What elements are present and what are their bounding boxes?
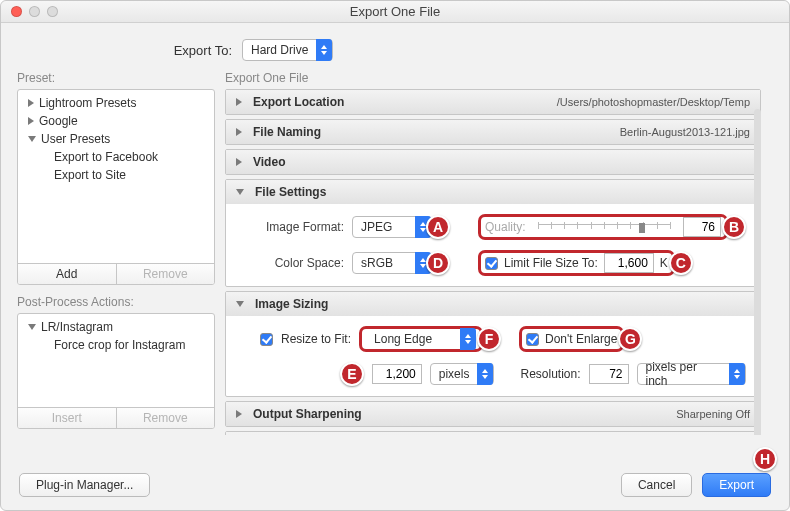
window-title: Export One File [1,4,789,19]
section-image-sizing: Image Sizing Resize to Fit: Long Edge [225,291,761,397]
preset-google[interactable]: Google [18,112,214,130]
chevron-down-icon [28,136,36,142]
dimension-input[interactable] [372,364,422,384]
quality-input[interactable] [683,217,721,237]
preset-export-facebook[interactable]: Export to Facebook [18,148,214,166]
limit-filesize-checkbox[interactable] [485,257,498,270]
post-process-label: Post-Process Actions: [17,295,215,309]
preset-user[interactable]: User Presets [18,130,214,148]
pp-remove-button[interactable]: Remove [116,408,215,428]
chevron-updown-icon [477,363,493,385]
preset-export-site[interactable]: Export to Site [18,166,214,184]
section-file-settings-header[interactable]: File Settings [226,180,760,204]
export-button[interactable]: Export [702,473,771,497]
quality-label: Quality: [485,220,526,234]
annotation-h: H [753,447,777,471]
preset-add-button[interactable]: Add [18,264,116,284]
chevron-right-icon [28,117,34,125]
resize-fit-checkbox[interactable] [260,333,273,346]
quality-slider[interactable] [538,224,671,230]
annotation-g: G [618,327,642,351]
annotation-f: F [477,327,501,351]
chevron-right-icon [236,98,242,106]
section-file-naming: File Naming Berlin-August2013-121.jpg [225,119,761,145]
section-output-sharpening: Output Sharpening Sharpening Off [225,401,761,427]
export-to-label: Export To: [167,43,232,58]
scrollbar[interactable] [754,109,761,435]
resize-mode-select[interactable]: Long Edge [366,329,476,349]
chevron-right-icon [236,410,242,418]
color-space-select[interactable]: sRGB [352,252,432,274]
annotation-a: A [426,215,450,239]
chevron-right-icon [28,99,34,107]
dont-enlarge-checkbox[interactable] [526,333,539,346]
limit-filesize-label: Limit File Size To: [504,256,598,270]
limit-filesize-input[interactable] [604,253,654,273]
section-export-location: Export Location /Users/photoshopmaster/D… [225,89,761,115]
annotation-e: E [340,362,364,386]
chevron-right-icon [236,158,242,166]
chevron-updown-icon [460,328,476,350]
resolution-unit-select[interactable]: pixels per inch [637,363,746,385]
section-image-sizing-header[interactable]: Image Sizing [226,292,760,316]
section-file-settings: File Settings Image Format: JPEG A [225,179,761,287]
export-to-value: Hard Drive [243,43,316,57]
titlebar: Export One File [1,1,789,23]
slider-thumb[interactable] [639,223,645,233]
section-video-header[interactable]: Video [226,150,760,174]
resize-fit-label: Resize to Fit: [281,332,351,346]
chevron-down-icon [236,301,244,307]
annotation-b: B [722,215,746,239]
color-space-label: Color Space: [240,256,344,270]
chevron-down-icon [236,189,244,195]
image-format-select[interactable]: JPEG [352,216,432,238]
export-dialog: Export One File Export To: Hard Drive Pr… [0,0,790,511]
preset-lightroom[interactable]: Lightroom Presets [18,94,214,112]
resolution-label: Resolution: [520,367,580,381]
plugin-manager-button[interactable]: Plug-in Manager... [19,473,150,497]
export-to-select[interactable]: Hard Drive [242,39,333,61]
dont-enlarge-label: Don't Enlarge [545,332,617,346]
preset-label: Preset: [17,71,215,85]
section-file-naming-header[interactable]: File Naming Berlin-August2013-121.jpg [226,120,760,144]
image-format-label: Image Format: [240,220,344,234]
section-video: Video [225,149,761,175]
section-metadata: Metadata All Metadata [225,431,761,435]
preset-remove-button[interactable]: Remove [116,264,215,284]
chevron-right-icon [236,128,242,136]
post-process-list: LR/Instagram Force crop for Instagram In… [17,313,215,429]
section-metadata-header[interactable]: Metadata All Metadata [226,432,760,435]
section-output-sharpening-header[interactable]: Output Sharpening Sharpening Off [226,402,760,426]
limit-filesize-unit: K [660,256,668,270]
section-export-location-header[interactable]: Export Location /Users/photoshopmaster/D… [226,90,760,114]
chevron-updown-icon [729,363,745,385]
cancel-button[interactable]: Cancel [621,473,692,497]
chevron-updown-icon [316,39,332,61]
annotation-d: D [426,251,450,275]
dimension-unit-select[interactable]: pixels [430,363,495,385]
annotation-c: C [669,251,693,275]
pp-lr-instagram[interactable]: LR/Instagram [18,318,214,336]
pp-insert-button[interactable]: Insert [18,408,116,428]
chevron-down-icon [28,324,36,330]
preset-list: Lightroom Presets Google User Presets Ex… [17,89,215,285]
pp-force-crop[interactable]: Force crop for Instagram [18,336,214,354]
right-header: Export One File [225,71,773,85]
resolution-input[interactable] [589,364,629,384]
